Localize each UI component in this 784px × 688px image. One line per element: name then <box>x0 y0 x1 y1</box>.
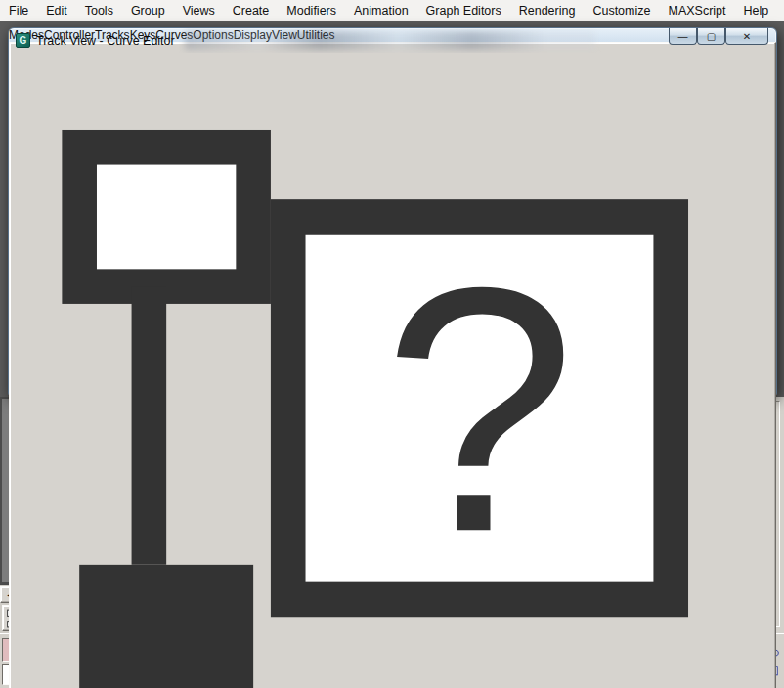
filters-icon[interactable]: ? <box>9 42 776 688</box>
maximize-button[interactable]: ▢ <box>697 28 725 45</box>
app-menu-item-modifiers[interactable]: Modifiers <box>278 0 345 21</box>
app-menu-item-file[interactable]: File <box>0 0 37 21</box>
app-menu-item-rendering[interactable]: Rendering <box>510 0 585 21</box>
window-title-bar[interactable]: G Track View - Curve Editor — ▢ ✕ <box>9 28 776 53</box>
app-menu-item-graph-editors[interactable]: Graph Editors <box>417 0 510 21</box>
app-menu-item-animation[interactable]: Animation <box>345 0 417 21</box>
app-menu-item-maxscript[interactable]: MAXScript <box>659 0 734 21</box>
app-menu-item-group[interactable]: Group <box>122 0 174 21</box>
app-menu-item-edit[interactable]: Edit <box>37 0 76 21</box>
app-menu-bar: FileEditToolsGroupViewsCreateModifiersAn… <box>0 0 784 22</box>
svg-text:?: ? <box>383 215 577 603</box>
window-title: Track View - Curve Editor <box>36 34 175 48</box>
minimize-button[interactable]: — <box>669 28 697 45</box>
app-menu-item-create[interactable]: Create <box>224 0 279 21</box>
close-button[interactable]: ✕ <box>725 28 768 45</box>
track-view-toolbar: ? <box>9 42 776 688</box>
track-view-app-icon: G <box>16 33 30 48</box>
app-menu-item-help[interactable]: Help <box>735 0 778 21</box>
app-menu-item-tools[interactable]: Tools <box>76 0 122 21</box>
app-menu-item-customize[interactable]: Customize <box>584 0 659 21</box>
app-menu-item-views[interactable]: Views <box>174 0 224 21</box>
track-view-window[interactable]: G Track View - Curve Editor — ▢ ✕ ModesC… <box>8 27 777 396</box>
